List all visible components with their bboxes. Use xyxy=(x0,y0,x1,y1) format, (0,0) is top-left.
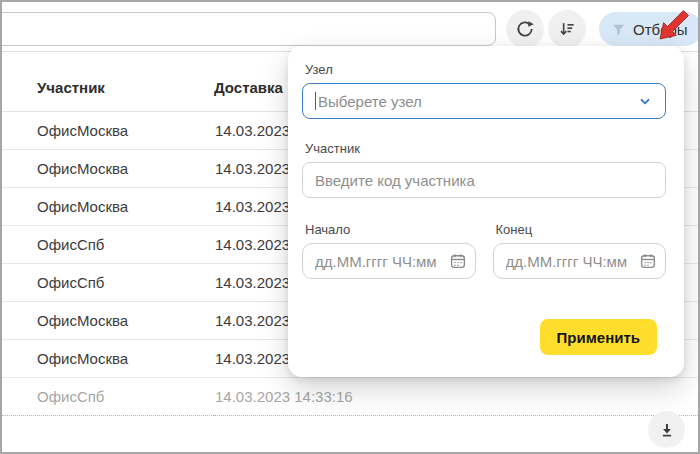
column-header-participant: Участник xyxy=(2,52,214,112)
filters-button[interactable]: Отборы xyxy=(599,12,700,46)
text-caret xyxy=(315,92,316,110)
participant-cell: ОфисМосква xyxy=(2,340,214,378)
node-select-placeholder: Выберете узел xyxy=(318,93,422,110)
refresh-icon xyxy=(515,19,535,39)
participant-cell: ОфисСпб xyxy=(2,226,214,264)
app-window: Отборы Участник Доставка ОфисМосква 14.0… xyxy=(0,0,700,454)
end-date-label: Конец xyxy=(496,222,667,237)
participant-cell: ОфисМосква xyxy=(2,302,214,340)
search-input[interactable] xyxy=(0,12,496,46)
participant-input[interactable] xyxy=(302,162,666,198)
chevron-down-icon xyxy=(637,93,653,109)
participant-cell: ОфисМосква xyxy=(2,112,214,150)
calendar-icon xyxy=(449,252,467,270)
sort-descending-icon xyxy=(557,19,577,39)
table-row[interactable]: ОфисСпб 14.03.2023 14:33:16 xyxy=(2,378,698,416)
sort-button[interactable] xyxy=(548,10,586,48)
filter-funnel-icon xyxy=(611,22,626,37)
participant-cell: ОфисМосква xyxy=(2,188,214,226)
start-date-calendar-button[interactable] xyxy=(448,251,468,271)
download-icon xyxy=(658,421,676,439)
apply-button[interactable]: Применить xyxy=(540,319,657,355)
start-date-label: Начало xyxy=(305,222,476,237)
node-label: Узел xyxy=(305,62,666,77)
calendar-icon xyxy=(639,252,657,270)
delivery-cell: 14.03.2023 14:33:16 xyxy=(214,378,698,416)
download-button[interactable] xyxy=(648,411,685,448)
participant-cell: ОфисСпб xyxy=(2,378,214,416)
node-select[interactable]: Выберете узел xyxy=(302,83,666,119)
filters-panel: Узел Выберете узел Участник Начало xyxy=(288,46,684,377)
participant-cell: ОфисСпб xyxy=(2,264,214,302)
end-date-calendar-button[interactable] xyxy=(638,251,658,271)
refresh-button[interactable] xyxy=(506,10,544,48)
participant-label: Участник xyxy=(305,141,666,156)
participant-cell: ОфисМосква xyxy=(2,150,214,188)
filters-button-label: Отборы xyxy=(633,21,688,38)
